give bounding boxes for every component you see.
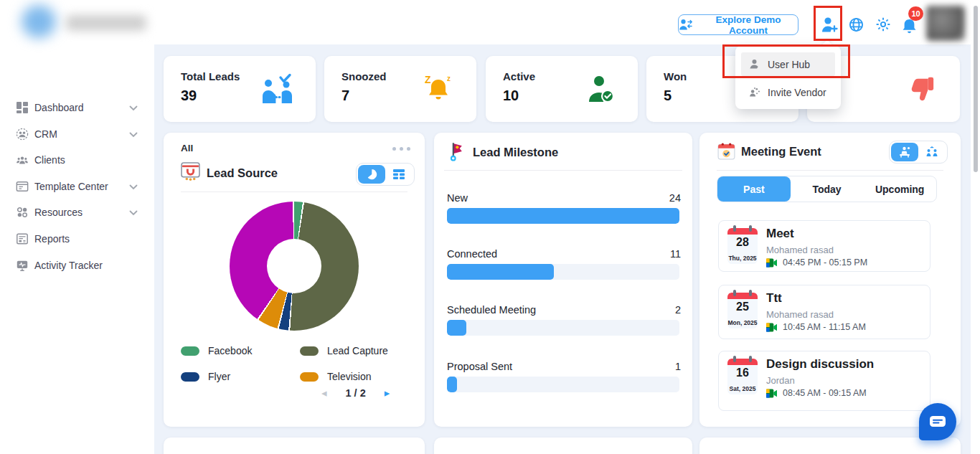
chevron-down-icon <box>129 101 138 114</box>
lead-source-icon <box>181 161 200 184</box>
tab-today[interactable]: Today <box>791 176 864 202</box>
event-date-badge: 28 Thu, 2025 <box>727 228 758 264</box>
avatar[interactable] <box>926 6 965 41</box>
event-day: 28 <box>727 236 758 249</box>
crm-dashboard: Explore Demo Account 10 User Hub <box>0 0 980 454</box>
menu-item-invite-vendor[interactable]: Invite Vendor <box>741 80 835 104</box>
legend-label: Facebook <box>208 345 252 356</box>
lead-source-legend: Facebook Lead Capture Flyer Television <box>181 345 410 382</box>
lead-source-filter[interactable]: All <box>181 143 193 153</box>
chevron-down-icon <box>129 128 138 141</box>
milestone-value: 24 <box>669 192 681 204</box>
table-icon <box>393 169 405 179</box>
legend-swatch <box>300 346 319 356</box>
meeting-view-toggle <box>889 141 948 164</box>
meeting-view-button[interactable] <box>891 143 918 161</box>
active-user-check-icon <box>586 73 616 106</box>
more-options-icon[interactable] <box>392 147 410 151</box>
people-meeting-icon <box>925 146 938 158</box>
sidebar-item-crm[interactable]: CRM <box>0 123 154 145</box>
sidebar-item-reports[interactable]: Reports <box>0 228 154 250</box>
milestone-bar-new[interactable] <box>447 208 679 224</box>
milestone-bar-scheduled-meeting[interactable] <box>447 320 679 336</box>
sidebar-item-dashboard[interactable]: Dashboard <box>0 97 154 118</box>
pagination-next-icon[interactable]: ▸ <box>385 387 390 399</box>
sidebar-item-activity-tracker[interactable]: Activity Tracker <box>0 255 154 276</box>
sidebar-item-label: Clients <box>34 154 65 166</box>
milestone-bar-connected[interactable] <box>447 264 679 280</box>
divider <box>181 191 407 192</box>
lead-milestone-panel: Lead Milestone New 24 Connected 11 Sched… <box>434 133 692 427</box>
lead-source-title: Lead Source <box>207 166 278 180</box>
pie-view-button[interactable] <box>358 165 385 184</box>
crm-icon <box>16 128 29 141</box>
sidebar-item-label: Template Center <box>34 181 108 192</box>
sidebar-item-resources[interactable]: Resources <box>0 202 154 223</box>
calendar-pin <box>733 225 736 232</box>
stat-value: 5 <box>664 88 672 104</box>
legend-item-facebook[interactable]: Facebook <box>181 345 300 356</box>
milestone-bar-proposal-sent[interactable] <box>447 377 679 392</box>
event-time-row: 10:45 AM - 11:15 AM <box>766 322 866 332</box>
partial-panel <box>164 438 425 454</box>
event-date-label: Sat, 2025 <box>727 385 758 392</box>
attendees-view-button[interactable] <box>918 143 946 161</box>
add-user-icon[interactable] <box>819 15 840 34</box>
gear-icon[interactable] <box>875 16 891 32</box>
milestone-value: 1 <box>675 361 681 372</box>
sidebar-item-template-center[interactable]: Template Center <box>0 176 154 197</box>
milestone-value: 11 <box>670 248 681 260</box>
calendar-header <box>727 228 758 235</box>
svg-text:Z: Z <box>425 74 431 85</box>
event-date-badge: 16 Sat, 2025 <box>727 359 758 394</box>
lead-source-donut[interactable] <box>230 202 359 331</box>
tab-past[interactable]: Past <box>717 176 791 202</box>
sidebar-item-label: CRM <box>34 128 57 140</box>
meeting-event-panel: Meeting Event Past Today Upcoming <box>699 133 961 427</box>
event-time-row: 08:45 AM - 09:15 AM <box>766 388 867 398</box>
stat-card-active[interactable]: Active 10 <box>486 56 638 122</box>
legend-item-television[interactable]: Television <box>300 371 410 382</box>
menu-item-user-hub[interactable]: User Hub <box>741 52 835 76</box>
tab-upcoming[interactable]: Upcoming <box>863 176 936 202</box>
event-time: 10:45 AM - 11:15 AM <box>783 322 866 332</box>
stat-card-snoozed[interactable]: Snoozed 7 Zz <box>324 56 476 122</box>
legend-item-flyer[interactable]: Flyer <box>181 371 300 382</box>
event-card[interactable]: 28 Thu, 2025 Meet Mohamed rasad 04:45 PM… <box>718 220 930 272</box>
globe-icon[interactable] <box>847 16 864 33</box>
lead-source-view-toggle <box>356 163 415 186</box>
google-meet-icon <box>766 323 777 332</box>
event-card[interactable]: 16 Sat, 2025 Design discussion Jordan 08… <box>718 351 930 411</box>
stat-card-total-leads[interactable]: Total Leads 39 <box>164 56 316 122</box>
event-time: 08:45 AM - 09:15 AM <box>783 388 867 398</box>
legend-pagination: ◂ 1 / 2 ▸ <box>321 387 390 399</box>
chevron-down-icon <box>129 180 138 193</box>
table-view-button[interactable] <box>385 165 413 184</box>
event-date-label: Thu, 2025 <box>727 255 758 262</box>
calendar-pin <box>749 356 752 362</box>
event-card[interactable]: 25 Mon, 2025 Ttt Mohamed rasad 10:45 AM … <box>718 285 930 339</box>
explore-demo-account-button[interactable]: Explore Demo Account <box>678 14 798 35</box>
invite-vendor-icon <box>748 86 760 98</box>
meeting-tabs: Past Today Upcoming <box>717 176 937 202</box>
svg-text:z: z <box>447 75 451 82</box>
meeting-event-title: Meeting Event <box>741 145 821 159</box>
chat-bubble-button[interactable] <box>919 403 956 440</box>
chat-icon <box>930 416 946 428</box>
milestone-label: Connected <box>447 248 497 260</box>
sidebar-item-clients[interactable]: Clients <box>0 149 154 171</box>
stat-value: 39 <box>181 88 197 104</box>
event-person: Mohamed rasad <box>766 245 834 255</box>
sidebar: Dashboard CRM Clients Template Center <box>0 44 154 454</box>
scrollbar-thumb[interactable] <box>974 6 978 172</box>
event-day: 25 <box>727 301 758 313</box>
legend-item-lead-capture[interactable]: Lead Capture <box>300 345 410 356</box>
event-day: 16 <box>727 366 758 379</box>
stat-value: 10 <box>503 88 519 104</box>
meeting-desk-icon <box>898 146 911 158</box>
calendar-header <box>727 293 758 299</box>
legend-label: Lead Capture <box>327 345 388 356</box>
pagination-prev-icon[interactable]: ◂ <box>321 387 327 399</box>
pie-chart-icon <box>366 169 377 180</box>
legend-label: Flyer <box>208 371 230 382</box>
